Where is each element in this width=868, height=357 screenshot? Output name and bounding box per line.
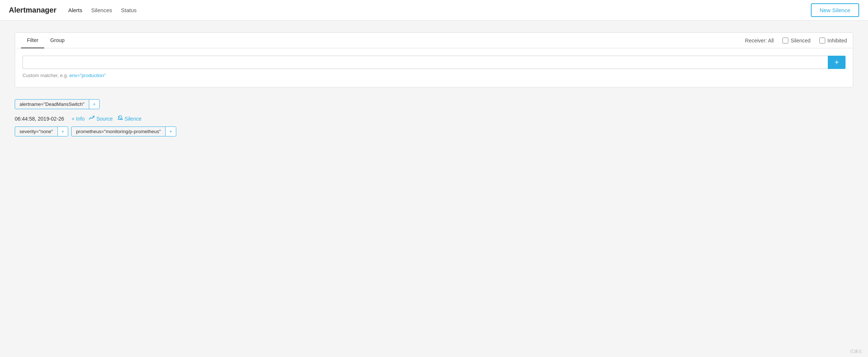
- tag-text-prometheus: prometheus="monitoring/p-prometheus": [72, 127, 165, 136]
- nav-link-silences[interactable]: Silences: [91, 6, 112, 15]
- navbar: Alertmanager Alerts Silences Status New …: [0, 0, 868, 21]
- tag-text-severity: severity="none": [15, 127, 58, 136]
- tab-group[interactable]: Group: [44, 33, 70, 48]
- alert-tags-row: alertname="DeadMansSwitch" +: [15, 99, 853, 109]
- hint-text: Custom matcher, e.g.: [22, 73, 68, 78]
- alert-labels-row: severity="none" + prometheus="monitoring…: [15, 126, 853, 136]
- tag-plus-severity[interactable]: +: [58, 127, 68, 136]
- nav-link-alerts[interactable]: Alerts: [68, 6, 82, 15]
- tag-text-alertname: alertname="DeadMansSwitch": [15, 100, 89, 109]
- silenced-checkbox[interactable]: [782, 38, 788, 44]
- tag-badge-alertname: alertname="DeadMansSwitch" +: [15, 99, 100, 109]
- tag-plus-alertname[interactable]: +: [89, 100, 100, 109]
- nav-link-status[interactable]: Status: [121, 6, 137, 15]
- alert-time: 06:44:58, 2019-02-26: [15, 116, 64, 122]
- card-tab-right: Receiver: All Silenced Inhibited: [745, 38, 847, 44]
- silence-link[interactable]: Silence: [117, 115, 142, 122]
- info-label: Info: [76, 116, 84, 122]
- bell-icon: [117, 115, 123, 122]
- source-link[interactable]: Source: [89, 115, 112, 122]
- navbar-brand: Alertmanager: [9, 6, 56, 14]
- tag-plus-prometheus[interactable]: +: [165, 127, 176, 136]
- tag-badge-prometheus: prometheus="monitoring/p-prometheus" +: [71, 126, 176, 136]
- plus-icon: +: [72, 116, 74, 122]
- inhibited-checkbox-label[interactable]: Inhibited: [819, 38, 847, 44]
- filter-row: +: [22, 56, 846, 69]
- main-content: Filter Group Receiver: All Silenced Inhi…: [0, 21, 868, 148]
- receiver-label: Receiver: All: [745, 38, 774, 44]
- source-label: Source: [96, 116, 112, 122]
- alert-meta-row: 06:44:58, 2019-02-26 + Info Source: [15, 115, 853, 122]
- inhibited-checkbox[interactable]: [819, 38, 825, 44]
- filter-hint: Custom matcher, e.g. env="production": [22, 73, 846, 78]
- silenced-label: Silenced: [791, 38, 810, 44]
- card-body: + Custom matcher, e.g. env="production": [15, 48, 853, 87]
- add-filter-button[interactable]: +: [828, 56, 846, 69]
- inhibited-label: Inhibited: [827, 38, 847, 44]
- hint-example-link[interactable]: env="production": [69, 73, 106, 78]
- silenced-checkbox-label[interactable]: Silenced: [782, 38, 810, 44]
- card-tabs: Filter Group Receiver: All Silenced Inhi…: [15, 33, 853, 48]
- filter-card: Filter Group Receiver: All Silenced Inhi…: [15, 32, 853, 87]
- silence-label: Silence: [125, 116, 142, 122]
- filter-input[interactable]: [22, 56, 828, 69]
- tab-filter[interactable]: Filter: [21, 33, 44, 48]
- new-silence-button[interactable]: New Silence: [811, 3, 859, 17]
- info-link[interactable]: + Info: [72, 116, 85, 122]
- navbar-right: New Silence: [811, 3, 859, 17]
- tag-badge-severity: severity="none" +: [15, 126, 68, 136]
- alert-group: alertname="DeadMansSwitch" + 06:44:58, 2…: [15, 99, 853, 136]
- chart-icon: [89, 115, 95, 122]
- navbar-links: Alerts Silences Status: [68, 6, 137, 15]
